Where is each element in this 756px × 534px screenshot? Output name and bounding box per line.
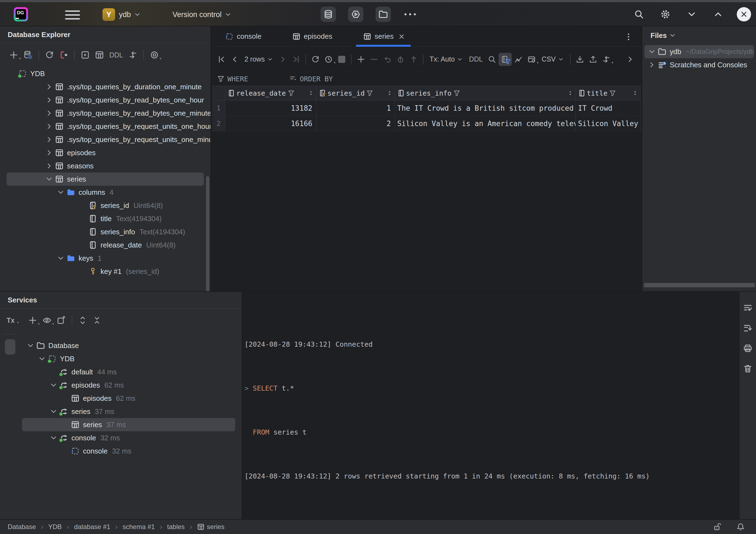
funnel-icon[interactable] [288,90,295,97]
tree-item[interactable]: Database [22,339,235,352]
open-in-new-tab-button[interactable] [54,313,68,328]
next-page-button[interactable] [276,53,289,66]
breadcrumb-item[interactable]: tables [167,523,197,531]
tree-item[interactable]: series 37 ms [22,418,235,431]
chevron-icon[interactable] [26,341,35,350]
tree-item[interactable]: series_id Uint64(8) [7,199,204,212]
chevron-icon[interactable] [45,109,53,117]
chevron-icon[interactable] [45,162,53,170]
tree-item[interactable]: console 32 ms [22,444,235,458]
breadcrumb-item[interactable]: schema #1 [122,523,167,531]
release-date-cell[interactable]: 13182 [225,100,316,116]
ddl-button[interactable]: DDL [107,51,126,59]
bell-icon[interactable] [736,522,745,531]
find-in-grid-button[interactable] [485,53,499,66]
grid-view-settings-button[interactable] [525,53,538,66]
revert-button[interactable] [381,53,394,66]
tab-close-icon[interactable] [266,33,273,40]
chevron-icon[interactable] [648,47,656,56]
row-number-cell[interactable]: 2 [212,116,225,131]
add-service-button[interactable] [26,313,40,328]
scroll-to-end-button[interactable] [741,321,755,335]
grid-column-header[interactable]: series_info [395,86,576,100]
datasource-properties-button[interactable] [21,48,35,62]
ddl-button[interactable]: DDL [466,55,485,63]
import-data-button[interactable] [586,53,600,66]
row-filter-toggle[interactable] [499,53,512,66]
clear-output-button[interactable] [741,361,755,376]
chevron-icon[interactable] [45,122,53,130]
chart-view-button[interactable] [512,53,525,66]
tree-item[interactable]: key #1 (series_id) [7,265,204,278]
tree-item[interactable]: series 37 ms [22,405,235,418]
editor-tab[interactable]: series [354,26,412,47]
soft-wrap-button[interactable] [741,301,755,315]
lock-open-icon[interactable] [713,522,722,531]
grid-column-header[interactable]: release_date [225,86,316,100]
files-horizontal-scrollbar[interactable] [644,283,755,287]
tree-item[interactable]: episodes [7,146,204,159]
more-toolwindows-button[interactable] [403,10,417,19]
files-toolwindow-button[interactable] [375,7,391,22]
tree-item[interactable]: ydb ~/DataGripProjects/ydb [644,45,754,58]
previous-page-button[interactable] [228,53,241,66]
transaction-mode-selector[interactable]: Tx: Auto [426,55,467,63]
stop-query-button[interactable] [335,53,348,66]
grid-corner-cell[interactable] [212,86,225,100]
expand-all-button[interactable] [75,313,90,328]
export-format-selector[interactable]: CSV [538,55,567,63]
chevron-icon[interactable] [648,61,656,69]
funnel-icon[interactable] [366,90,373,97]
chevron-icon[interactable] [45,96,53,104]
chevron-icon[interactable] [49,434,58,442]
funnel-icon[interactable] [453,90,460,97]
chevron-icon[interactable] [49,381,58,389]
delete-row-button[interactable] [367,53,381,66]
main-menu-button[interactable] [65,11,80,22]
grid-column-header[interactable]: title [576,86,641,100]
new-datasource-button[interactable] [7,48,21,62]
series-id-cell[interactable]: 1 [316,100,395,116]
editor-tab[interactable]: episodes [284,26,351,47]
sort-icon[interactable] [308,90,314,96]
tree-item[interactable]: YDB [7,67,204,80]
chevron-icon[interactable] [57,254,65,262]
toolbar-overflow-button[interactable] [624,53,637,66]
preview-changes-button[interactable] [394,53,407,66]
compare-data-button[interactable] [600,53,613,66]
submit-button[interactable] [407,53,420,66]
title-cell[interactable]: IT Crowd [576,100,641,116]
tab-close-icon[interactable] [398,33,405,40]
page-size-selector[interactable]: 2 rows [241,55,276,63]
breadcrumb-item[interactable]: database #1 [74,523,122,531]
sort-icon[interactable] [387,90,392,96]
tree-item[interactable]: .sys/top_queries_by_read_bytes_one_hour [7,93,204,107]
tx-mode-button[interactable]: Tx [7,316,14,324]
explorer-scrollbar[interactable] [206,176,209,291]
print-button[interactable] [741,341,755,356]
close-window-button[interactable] [737,7,751,21]
minimize-button[interactable] [684,7,699,22]
tree-item[interactable]: default 44 ms [22,365,235,379]
series-info-cell[interactable]: The IT Crowd is a British sitcom produce… [395,100,576,116]
editor-tab[interactable]: console [216,26,280,47]
breadcrumb-item[interactable]: series [197,523,225,531]
refresh-button[interactable] [42,48,57,62]
settings-button[interactable] [658,7,673,22]
tree-item[interactable]: .sys/top_queries_by_read_bytes_one_minut… [7,107,204,120]
tree-item[interactable]: series_info Text(4194304) [7,225,204,238]
tree-item[interactable]: episodes 62 ms [22,379,235,392]
tree-item[interactable]: series [7,173,204,186]
series-id-cell[interactable]: 2 [316,116,395,131]
chevron-icon[interactable] [45,83,53,91]
funnel-icon[interactable] [609,90,616,97]
tree-item[interactable]: .sys/top_queries_by_request_units_one_ho… [7,120,204,133]
add-row-button[interactable] [354,53,367,66]
open-console-button[interactable] [78,48,92,62]
breadcrumb-item[interactable]: YDB [48,523,74,531]
row-number-cell[interactable]: 1 [212,100,225,116]
tree-item[interactable]: release_date Uint64(8) [7,238,204,252]
breadcrumb-item[interactable]: Database [8,523,48,531]
version-control-widget[interactable]: Version control [173,8,231,21]
order-by-clause-field[interactable]: ORDER BY [289,75,333,83]
